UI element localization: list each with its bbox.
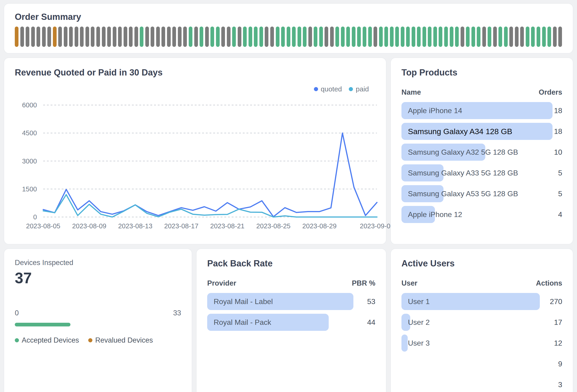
order-status-bar[interactable] xyxy=(183,27,187,47)
order-status-bar[interactable] xyxy=(319,27,323,47)
order-status-bar[interactable] xyxy=(243,27,247,47)
order-status-bar[interactable] xyxy=(254,27,257,47)
table-row[interactable]: Samsung Galaxy A33 5G 128 GB5 xyxy=(401,164,562,181)
order-status-bar[interactable] xyxy=(42,27,46,47)
order-status-bar[interactable] xyxy=(205,27,209,47)
order-status-bar[interactable] xyxy=(547,27,551,47)
order-status-bar[interactable] xyxy=(357,27,361,47)
order-status-bar[interactable] xyxy=(558,27,562,47)
order-status-bar[interactable] xyxy=(368,27,372,47)
revenue-line-chart[interactable] xyxy=(43,105,377,217)
table-row[interactable]: Samsung Galaxy A32 5G 128 GB10 xyxy=(401,144,562,161)
order-status-bar[interactable] xyxy=(428,27,432,47)
table-row[interactable]: 9 xyxy=(401,355,562,372)
order-status-bar[interactable] xyxy=(450,27,453,47)
order-status-bar[interactable] xyxy=(493,27,497,47)
table-row[interactable]: User 217 xyxy=(401,314,562,331)
order-status-bar[interactable] xyxy=(482,27,486,47)
legend-item-quoted[interactable]: quoted xyxy=(314,85,342,93)
order-status-bar[interactable] xyxy=(232,27,236,47)
order-status-bar[interactable] xyxy=(36,27,40,47)
order-status-bar[interactable] xyxy=(461,27,464,47)
order-status-bar[interactable] xyxy=(15,27,18,47)
order-status-bar[interactable] xyxy=(384,27,388,47)
order-status-bar[interactable] xyxy=(314,27,317,47)
order-status-bar[interactable] xyxy=(102,27,106,47)
order-status-bar[interactable] xyxy=(26,27,29,47)
legend-item-paid[interactable]: paid xyxy=(349,85,369,93)
order-status-bar[interactable] xyxy=(455,27,459,47)
table-row[interactable]: Apple iPhone 124 xyxy=(401,206,562,223)
order-status-bar[interactable] xyxy=(292,27,296,47)
order-status-bar[interactable] xyxy=(281,27,285,47)
order-status-bar[interactable] xyxy=(433,27,437,47)
order-status-bar[interactable] xyxy=(221,27,225,47)
table-row[interactable]: Samsung Galaxy A34 128 GB18 xyxy=(401,123,562,140)
order-status-bar[interactable] xyxy=(325,27,328,47)
order-status-bar[interactable] xyxy=(124,27,127,47)
order-status-bar[interactable] xyxy=(31,27,35,47)
order-status-bar[interactable] xyxy=(151,27,154,47)
order-status-bar[interactable] xyxy=(423,27,426,47)
order-status-bar[interactable] xyxy=(444,27,448,47)
order-status-bar[interactable] xyxy=(276,27,280,47)
order-status-bar[interactable] xyxy=(515,27,519,47)
table-row[interactable]: Royal Mail - Label53 xyxy=(207,293,375,310)
order-status-bar[interactable] xyxy=(161,27,165,47)
table-row[interactable]: Samsung Galaxy A53 5G 128 GB5 xyxy=(401,185,562,202)
order-status-bar[interactable] xyxy=(287,27,290,47)
order-status-bar[interactable] xyxy=(412,27,415,47)
order-status-bar[interactable] xyxy=(259,27,263,47)
order-status-bar[interactable] xyxy=(238,27,241,47)
order-status-bar[interactable] xyxy=(341,27,345,47)
order-status-bar[interactable] xyxy=(531,27,535,47)
order-status-bar[interactable] xyxy=(265,27,268,47)
order-status-bar[interactable] xyxy=(53,27,57,47)
order-status-bar[interactable] xyxy=(335,27,339,47)
order-status-bar[interactable] xyxy=(395,27,399,47)
table-row[interactable]: Royal Mail - Pack44 xyxy=(207,314,375,331)
order-status-bar[interactable] xyxy=(113,27,116,47)
order-status-bar[interactable] xyxy=(172,27,176,47)
order-status-bar[interactable] xyxy=(401,27,404,47)
order-status-bar[interactable] xyxy=(330,27,334,47)
order-status-bar[interactable] xyxy=(509,27,513,47)
order-status-bar[interactable] xyxy=(69,27,73,47)
order-status-bar[interactable] xyxy=(145,27,149,47)
order-status-bar[interactable] xyxy=(504,27,508,47)
order-status-bar[interactable] xyxy=(47,27,51,47)
order-status-bar[interactable] xyxy=(471,27,475,47)
order-status-bar[interactable] xyxy=(526,27,529,47)
order-status-bar[interactable] xyxy=(363,27,366,47)
order-status-bar[interactable] xyxy=(542,27,546,47)
order-status-bar[interactable] xyxy=(129,27,133,47)
order-status-bar[interactable] xyxy=(107,27,111,47)
order-status-bar[interactable] xyxy=(553,27,557,47)
table-row[interactable]: User 312 xyxy=(401,334,562,352)
order-status-bar[interactable] xyxy=(134,27,138,47)
order-status-bar[interactable] xyxy=(227,27,230,47)
order-status-bar[interactable] xyxy=(20,27,24,47)
order-status-bar[interactable] xyxy=(297,27,301,47)
order-status-bar[interactable] xyxy=(308,27,312,47)
order-status-bar[interactable] xyxy=(537,27,540,47)
order-status-bar[interactable] xyxy=(249,27,252,47)
order-status-bar[interactable] xyxy=(211,27,214,47)
order-status-bar[interactable] xyxy=(466,27,469,47)
order-status-bar[interactable] xyxy=(488,27,491,47)
order-status-bar[interactable] xyxy=(178,27,181,47)
order-status-bar[interactable] xyxy=(96,27,100,47)
order-status-bar[interactable] xyxy=(346,27,350,47)
order-status-bar[interactable] xyxy=(194,27,198,47)
order-status-bar[interactable] xyxy=(216,27,220,47)
order-status-bar[interactable] xyxy=(352,27,356,47)
order-status-bar[interactable] xyxy=(189,27,192,47)
order-status-bar[interactable] xyxy=(91,27,95,47)
order-status-bar[interactable] xyxy=(118,27,122,47)
order-status-bar[interactable] xyxy=(379,27,383,47)
table-row[interactable]: 3 xyxy=(401,376,562,392)
order-status-bar[interactable] xyxy=(499,27,502,47)
order-status-bar[interactable] xyxy=(406,27,410,47)
order-status-bar[interactable] xyxy=(58,27,62,47)
order-status-bar[interactable] xyxy=(64,27,68,47)
